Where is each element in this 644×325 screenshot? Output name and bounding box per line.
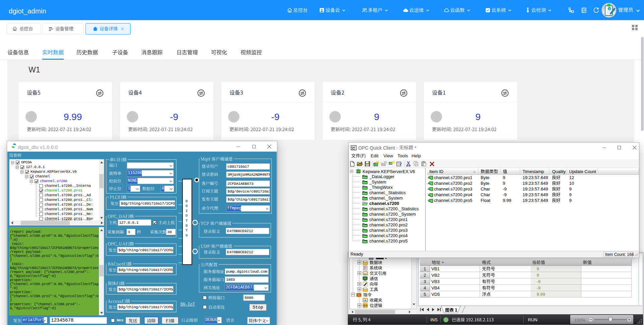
svg-text:QC: QC [352,146,356,149]
